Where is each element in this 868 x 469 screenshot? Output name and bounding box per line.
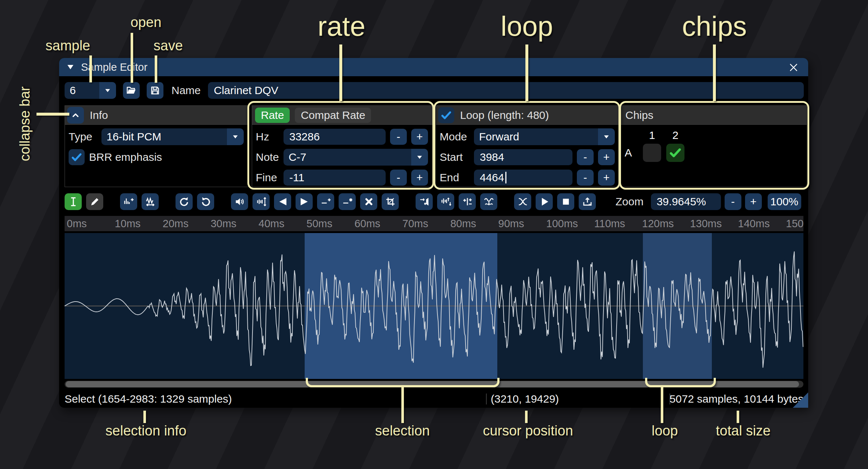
type-select[interactable]: 16-bit PCM [101,128,244,145]
tab-rate[interactable]: Rate [255,108,290,123]
resize-button[interactable] [120,193,137,210]
note-value: C-7 [283,149,411,166]
loop-start-plus-button[interactable]: + [598,149,615,165]
wave-invert-icon [440,196,451,207]
fade-out-button[interactable] [296,193,313,210]
create-wavetable-button[interactable] [579,193,596,210]
ruler-tick: 30ms [211,218,236,230]
annotation-loop-top: loop [501,10,553,42]
annotation-bracket-selection [306,378,499,387]
status-separator [486,394,487,404]
sample-number: 6 [65,82,99,99]
upload-icon [582,196,593,207]
sample-dropdown-button[interactable] [99,82,116,99]
hz-input[interactable]: 33286 [283,129,386,145]
chip-checkbox[interactable] [643,144,661,162]
reverse-button[interactable] [416,193,433,210]
waveform-view[interactable] [65,233,803,379]
ruler-tick: 20ms [163,218,189,230]
info-collapse-button[interactable] [67,107,84,124]
zoom-reset-button[interactable]: 100% [768,193,801,210]
line-asterisk-icon [342,196,353,207]
zoom-in-button[interactable]: + [745,193,762,210]
check-icon [71,151,82,163]
collapse-triangle-icon[interactable] [66,62,75,72]
zoom-input[interactable]: 39.9645% [651,193,721,210]
resize-grip[interactable] [793,392,808,408]
loop-start-input[interactable]: 3984 [474,149,572,165]
delete-button[interactable] [360,193,377,210]
draw-mode-button[interactable] [86,193,103,210]
chip-checkbox[interactable] [666,144,684,162]
note-select[interactable]: C-7 [283,149,428,166]
chevron-down-icon [416,153,424,161]
loop-end-input[interactable]: 4464 [474,170,572,186]
apply-silence-button[interactable] [339,193,356,210]
annotation-chips: chips [682,10,747,42]
invert-button[interactable] [437,193,454,210]
titlebar[interactable]: Sample Editor [59,58,808,76]
resample-button[interactable] [142,193,159,210]
sample-selector[interactable]: 6 [65,82,116,99]
loop-start-minus-button[interactable]: - [577,149,594,165]
hz-minus-button[interactable]: - [390,129,407,145]
brr-emphasis-label: BRR emphasis [89,151,162,163]
x-icon [364,197,374,207]
chevron-down-icon [104,86,112,94]
waveform-trace [65,233,803,379]
annotation-total-size-leader [737,411,739,423]
ruler-tick: 50ms [306,218,332,230]
amplify-button[interactable] [231,193,248,210]
check-icon [669,146,682,159]
hz-label: Hz [256,131,279,143]
brr-emphasis-checkbox[interactable] [69,149,85,165]
sample-editor-window: Sample Editor 6 Name Clarinet DQV [59,58,808,408]
selection-info-text: Select (1654-2983: 1329 samples) [65,393,232,405]
chips-panel: Chips 12A [620,105,807,187]
insert-silence-button[interactable] [317,193,334,210]
undo-button[interactable] [175,193,193,210]
type-dropdown-button[interactable] [227,128,244,145]
loop-checkbox[interactable] [438,107,454,123]
loop-end-plus-button[interactable]: + [598,170,615,186]
normalize-button[interactable] [252,193,270,210]
fine-input[interactable]: -11 [283,170,386,186]
preview-button[interactable] [536,193,553,210]
signed-unsigned-button[interactable] [459,193,476,210]
fade-in-button[interactable] [274,193,291,210]
loop-end-minus-button[interactable]: - [577,170,594,186]
chips-column-headers: 12 [643,129,807,142]
loop-mode-select[interactable]: Forward [474,128,615,145]
open-sample-button[interactable] [123,82,140,99]
time-ruler[interactable]: 0ms10ms20ms30ms40ms50ms60ms70ms80ms90ms1… [65,216,803,231]
fine-plus-button[interactable]: + [411,170,428,186]
check-icon [440,109,452,121]
redo-button[interactable] [197,193,214,210]
annotation-cursor-position: cursor position [483,423,573,439]
filter-button[interactable] [480,193,497,210]
loop-mode-dropdown-button[interactable] [598,128,615,145]
tab-compat-rate[interactable]: Compat Rate [295,108,371,123]
hz-plus-button[interactable]: + [411,129,428,145]
loop-end-label: End [440,171,470,184]
select-mode-button[interactable] [65,193,82,210]
note-dropdown-button[interactable] [411,149,428,166]
info-panel: Info Type 16-bit PCM BRR emphasis [65,105,248,187]
cursor-position-text: (3210, 19429) [491,393,559,405]
save-sample-button[interactable] [147,82,163,99]
zoom-label: Zoom [616,195,644,208]
annotation-open-leader [131,33,133,83]
stop-preview-button[interactable] [557,193,574,210]
ruler-tick: 10ms [115,218,140,230]
total-size-text: 5072 samples, 10144 bytes [670,393,803,405]
crossfade-button[interactable] [514,193,531,210]
annotation-save-leader [155,55,157,83]
close-button[interactable] [787,61,800,74]
sample-row: 6 Name Clarinet DQV [65,82,804,99]
zoom-out-button[interactable]: - [725,193,741,210]
pencil-icon [89,196,100,207]
fine-minus-button[interactable]: - [390,170,407,186]
chevron-up-icon [71,111,80,120]
trim-button[interactable] [382,193,399,210]
ruler-tick: 60ms [354,218,380,230]
